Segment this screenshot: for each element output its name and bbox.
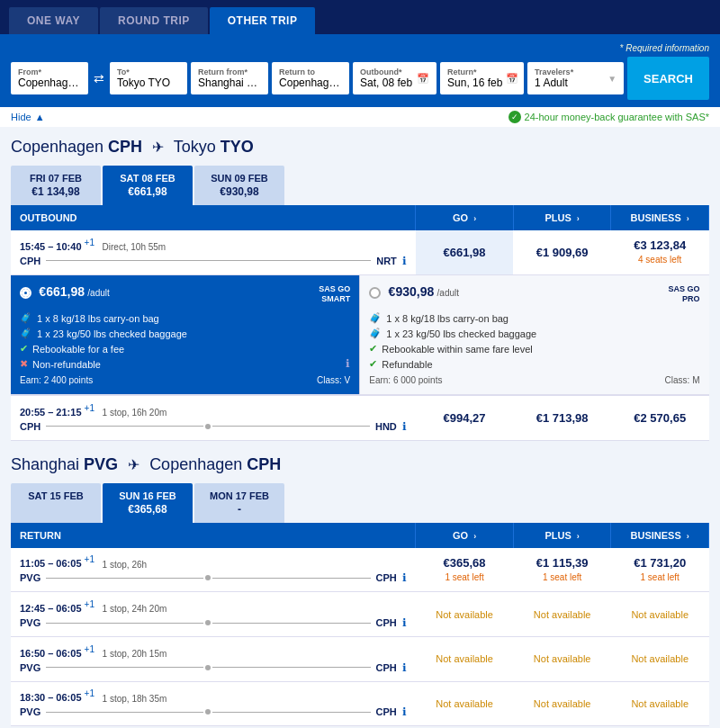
return-flight-row-2[interactable]: 16:50 – 06:05 +1 1 stop, 20h 15m PVG CPH…	[11, 637, 709, 682]
ret-plus-price-2[interactable]: Not available	[513, 637, 611, 682]
fare-feature-2: ✔ Rebookable for a fee	[20, 343, 350, 355]
return-date-value: Sun, 16 feb	[447, 76, 502, 89]
return-flight-row-0[interactable]: 11:05 – 06:05 +1 1 stop, 26h PVG CPH ℹ	[11, 548, 709, 592]
earn-points-alt: Earn: 6 000 points	[369, 375, 442, 385]
return-to-code: CPH	[247, 455, 281, 473]
return-date-tab-1[interactable]: SUN 16 FEB €365,68	[103, 483, 193, 523]
return-flight-table: RETURN GO › PLUS › BUSINESS › 11:05 – 06…	[11, 523, 709, 727]
hide-chevron-icon: ▲	[35, 112, 45, 122]
fare-option-selected[interactable]: €661,98 /adult SAS GOSMART 🧳 1 x 8 kg/18…	[11, 275, 359, 394]
ret-plus-price-0[interactable]: €1 115,391 seat left	[513, 548, 611, 592]
flight-stops-0: Direct, 10h 55m	[97, 242, 166, 252]
return-to-name: Copenhagen	[149, 455, 247, 473]
hide-label: Hide	[11, 112, 32, 122]
business-col-header: BUSINESS ›	[611, 205, 709, 230]
from-airport-0: CPH	[20, 256, 40, 266]
return-flight-row-1[interactable]: 12:45 – 06:05 +1 1 stop, 24h 20m PVG CPH…	[11, 592, 709, 637]
outbound-flight-row-1[interactable]: 20:55 – 21:15 +1 1 stop, 16h 20m CPH HND…	[11, 395, 709, 440]
ret-go-price-2[interactable]: Not available	[416, 637, 514, 682]
outbound-flight-row-0[interactable]: 15:45 – 10:40 +1 Direct, 10h 55m CPH NRT…	[11, 230, 709, 274]
tab-other-trip[interactable]: OTHER TRIP	[210, 7, 316, 34]
alt-fare-feature-2: ✔ Rebookable within same fare level	[369, 343, 699, 355]
outbound-date-tabs: FRI 07 FEB €1 134,98 SAT 08 FEB €661,98 …	[11, 166, 709, 205]
flight-info-icon-0[interactable]: ℹ	[402, 255, 407, 267]
tab-round-trip[interactable]: ROUND TRIP	[100, 7, 208, 34]
outbound-field[interactable]: Outbound* Sat, 08 feb 📅	[353, 62, 436, 94]
from-airport-1: CPH	[20, 421, 40, 432]
class-alt: Class: M	[665, 375, 700, 385]
business-price-0[interactable]: €3 123,844 seats left	[611, 230, 709, 274]
tab-one-way[interactable]: ONE WAY	[9, 7, 98, 34]
ret-from-airport-3: PVG	[20, 706, 40, 717]
return-calendar-icon: 📅	[506, 73, 518, 85]
return-to-field[interactable]: Return to Copenhage...	[272, 62, 349, 94]
from-field[interactable]: From* Copenhage...	[11, 62, 88, 94]
ret-go-price-3[interactable]: Not available	[416, 681, 514, 726]
ret-flight-info-icon-3[interactable]: ℹ	[402, 706, 407, 718]
flight-info-icon-1[interactable]: ℹ	[402, 420, 407, 433]
ret-business-price-2[interactable]: Not available	[611, 637, 709, 682]
travelers-label: Travelers*	[535, 67, 608, 76]
ret-from-airport-2: PVG	[20, 662, 40, 673]
cross-icon-3: ✖	[20, 358, 28, 370]
fare-alt-price: €930,98	[389, 284, 435, 299]
ret-to-airport-2: CPH	[376, 662, 397, 673]
business-price-1[interactable]: €2 570,65	[611, 395, 709, 440]
search-form: * Required information From* Copenhage..…	[0, 34, 720, 107]
alt-fare-feature-3: ✔ Refundable	[369, 358, 699, 370]
go-price-0[interactable]: €661,98	[416, 230, 514, 274]
ret-business-price-1[interactable]: Not available	[611, 592, 709, 637]
return-date-tab-2[interactable]: MON 17 FEB -	[194, 483, 284, 523]
ret-go-price-1[interactable]: Not available	[416, 592, 514, 637]
to-field[interactable]: To* Tokyo TYO	[110, 62, 187, 94]
fare-feature-0: 🧳 1 x 8 kg/18 lbs carry-on bag	[20, 312, 350, 324]
ret-to-airport-3: CPH	[376, 706, 397, 717]
ret-from-airport-0: PVG	[20, 572, 40, 583]
search-button[interactable]: SEARCH	[627, 57, 709, 100]
ret-flight-info-icon-0[interactable]: ℹ	[402, 571, 407, 584]
return-business-col-header: BUSINESS ›	[611, 523, 709, 548]
to-airport-1: HND	[375, 421, 397, 432]
travelers-field[interactable]: Travelers* 1 Adult ▼	[527, 62, 624, 94]
outbound-route-title: Copenhagen CPH ✈ Tokyo TYO	[11, 138, 709, 157]
ret-depart-time-3: 18:30 – 06:05 +1	[20, 692, 94, 703]
fare-selected-per: /adult	[87, 288, 109, 298]
return-date-tab-0[interactable]: SAT 15 FEB	[11, 483, 101, 523]
return-from-field[interactable]: Return from* Shanghai PVG	[191, 62, 268, 94]
ret-business-price-3[interactable]: Not available	[611, 681, 709, 726]
ret-depart-time-1: 12:45 – 06:05 +1	[20, 603, 94, 614]
fare-selected-tag: SAS GOSMART	[319, 284, 350, 305]
go-price-1[interactable]: €994,27	[416, 395, 514, 440]
ret-flight-info-icon-1[interactable]: ℹ	[402, 616, 407, 629]
ret-flight-info-icon-2[interactable]: ℹ	[402, 661, 407, 674]
hide-link[interactable]: Hide ▲	[11, 112, 45, 122]
ret-go-price-0[interactable]: €365,681 seat left	[416, 548, 514, 592]
outbound-flight-table: OUTBOUND GO › PLUS › BUSINESS › 15:45 – …	[11, 205, 709, 441]
return-from-label: Return from*	[198, 67, 261, 76]
return-plane-icon: ✈	[128, 457, 140, 472]
from-value: Copenhage...	[18, 76, 81, 89]
return-date-label: Return*	[447, 67, 502, 76]
plus-price-1[interactable]: €1 713,98	[513, 395, 611, 440]
fare-info-icon[interactable]: ℹ	[346, 357, 350, 370]
alt-bag-icon-1: 🧳	[369, 328, 382, 339]
ret-flight-stops-0: 1 stop, 26h	[97, 559, 147, 569]
ret-depart-time-0: 11:05 – 06:05 +1	[20, 558, 94, 569]
outbound-date-tab-0[interactable]: FRI 07 FEB €1 134,98	[11, 166, 101, 205]
outbound-date-tab-1[interactable]: SAT 08 FEB €661,98	[103, 166, 193, 205]
return-flight-row-3[interactable]: 18:30 – 06:05 +1 1 stop, 18h 35m PVG CPH…	[11, 681, 709, 726]
ret-to-airport-0: CPH	[376, 572, 397, 583]
plus-price-0[interactable]: €1 909,69	[513, 230, 611, 274]
swap-icon[interactable]: ⇄	[92, 71, 106, 85]
bag-icon-1: 🧳	[20, 328, 32, 339]
ret-plus-price-3[interactable]: Not available	[513, 681, 611, 726]
return-route-title: Shanghai PVG ✈ Copenhagen CPH	[11, 455, 709, 474]
fare-option-alt[interactable]: €930,98 /adult SAS GOPRO 🧳 1 x 8 kg/18 l…	[360, 275, 708, 394]
outbound-to-code: TYO	[220, 138, 254, 156]
return-date-field[interactable]: Return* Sun, 16 feb 📅	[440, 62, 524, 94]
flight-stops-1: 1 stop, 16h 20m	[97, 408, 166, 418]
ret-plus-price-1[interactable]: Not available	[513, 592, 611, 637]
ret-business-price-0[interactable]: €1 731,201 seat left	[611, 548, 709, 592]
outbound-date-tab-2[interactable]: SUN 09 FEB €930,98	[194, 166, 284, 205]
check-icon: ✓	[508, 111, 521, 123]
